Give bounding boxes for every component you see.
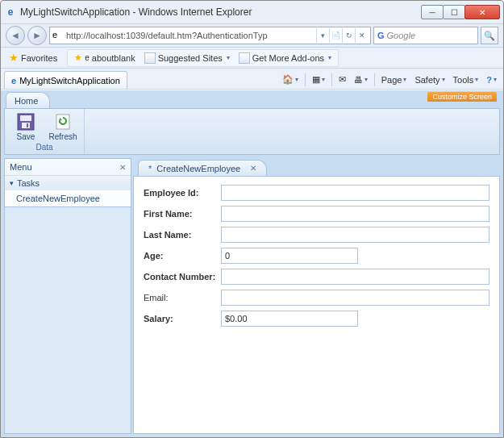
help-icon: ? xyxy=(486,75,492,85)
svg-rect-2 xyxy=(22,123,30,128)
close-button[interactable]: ✕ xyxy=(464,5,500,19)
close-icon[interactable]: ✕ xyxy=(250,164,256,173)
input-email[interactable] xyxy=(221,290,489,306)
safety-menu[interactable]: Safety▾ xyxy=(411,73,448,86)
label-employee-id: Employee Id: xyxy=(144,188,221,198)
input-age[interactable] xyxy=(221,248,358,264)
chevron-down-icon: ▾ xyxy=(328,54,331,61)
row-employee-id: Employee Id: xyxy=(144,185,489,201)
ie-small-icon: e xyxy=(11,76,16,86)
app-tab-strip: Home Customize Screen xyxy=(1,90,503,108)
input-first-name[interactable] xyxy=(221,206,489,222)
row-contact: Contact Number: xyxy=(144,269,489,285)
favbar-group: ★ e aboutblank Suggested Sites ▾ Get Mor… xyxy=(67,49,339,67)
url-input[interactable] xyxy=(66,31,316,40)
nav-toolbar: ◄ ► e ▾ 📄 ↻ ✕ G Google 🔍 xyxy=(1,23,503,48)
tools-menu[interactable]: Tools▾ xyxy=(450,73,482,86)
separator xyxy=(374,73,375,86)
forward-button[interactable]: ► xyxy=(27,26,47,45)
home-icon: 🏠 xyxy=(282,74,294,85)
command-bar: 🏠▾ ▦▾ ✉ 🖶▾ Page▾ Safety▾ Tools▾ ?▾ xyxy=(279,73,500,89)
input-employee-id[interactable] xyxy=(221,185,489,201)
title-bar: e MyLightSwitchApplication - Windows Int… xyxy=(1,1,503,23)
label-contact: Contact Number: xyxy=(144,272,221,282)
menu-header-label: Menu xyxy=(10,162,32,172)
back-button[interactable]: ◄ xyxy=(6,26,25,45)
save-button[interactable]: Save xyxy=(10,112,42,141)
task-item-createnewemployee[interactable]: CreateNewEmployee xyxy=(5,190,131,206)
row-last-name: Last Name: xyxy=(144,227,489,243)
form-panel: Employee Id: First Name: Last Name: Age: xyxy=(133,176,500,434)
input-contact[interactable] xyxy=(221,269,489,285)
window-controls: ─ ☐ ✕ xyxy=(422,5,500,19)
form-tab-bar: * CreateNewEmployee ✕ xyxy=(133,158,500,176)
chevron-down-icon: ▾ xyxy=(227,54,230,61)
customize-screen-button[interactable]: Customize Screen xyxy=(427,92,497,102)
menu-header: Menu ✕ xyxy=(5,159,131,175)
right-column: * CreateNewEmployee ✕ Employee Id: First… xyxy=(133,158,500,434)
fav-suggested-sites[interactable]: Suggested Sites ▾ xyxy=(141,51,233,65)
url-dropdown-icon[interactable]: ▾ xyxy=(316,28,329,43)
fav-addons[interactable]: Get More Add-ons ▾ xyxy=(235,51,335,65)
home-tab[interactable]: Home xyxy=(6,92,50,108)
svg-rect-3 xyxy=(27,123,28,127)
address-bar[interactable]: e ▾ 📄 ↻ ✕ xyxy=(49,27,371,44)
search-placeholder: Google xyxy=(387,31,415,40)
feeds-button[interactable]: ▦▾ xyxy=(309,73,328,86)
help-button[interactable]: ?▾ xyxy=(483,73,500,86)
lightswitch-app: Home Customize Screen Save Re xyxy=(1,90,503,437)
row-first-name: First Name: xyxy=(144,206,489,222)
row-age: Age: xyxy=(144,248,489,264)
compat-view-icon[interactable]: 📄 xyxy=(329,28,342,43)
left-column: Menu ✕ ▾ Tasks CreateNewEmployee xyxy=(4,158,131,434)
label-last-name: Last Name: xyxy=(144,230,221,240)
ribbon-group-data: Save Refresh Data xyxy=(5,109,85,154)
maximize-button[interactable]: ☐ xyxy=(443,5,465,19)
label-email: Email: xyxy=(144,293,221,302)
minimize-button[interactable]: ─ xyxy=(421,5,444,19)
label-age: Age: xyxy=(144,251,221,261)
search-box[interactable]: G Google xyxy=(373,27,478,44)
mail-button[interactable]: ✉ xyxy=(335,73,349,86)
browser-tab[interactable]: e MyLightSwitchApplication xyxy=(4,71,127,89)
input-last-name[interactable] xyxy=(221,227,489,243)
window-title: MyLightSwitchApplication - Windows Inter… xyxy=(20,6,422,18)
ie-small-icon: e xyxy=(85,53,90,62)
stop-icon[interactable]: ✕ xyxy=(355,28,368,43)
print-button[interactable]: 🖶▾ xyxy=(351,73,371,86)
app-body: Menu ✕ ▾ Tasks CreateNewEmployee * Cr xyxy=(4,158,500,434)
form-tab-label: CreateNewEmployee xyxy=(156,164,240,173)
page-icon xyxy=(239,52,250,64)
close-icon[interactable]: ✕ xyxy=(119,163,126,172)
search-go-button[interactable]: 🔍 xyxy=(481,27,498,44)
star-icon: ★ xyxy=(9,52,19,64)
refresh-icon xyxy=(52,112,73,131)
google-icon: G xyxy=(377,31,385,40)
home-button[interactable]: 🏠▾ xyxy=(279,73,302,86)
favorites-bar: ★ Favorites ★ e aboutblank Suggested Sit… xyxy=(1,48,503,69)
tasks-header[interactable]: ▾ Tasks xyxy=(5,175,131,190)
print-icon: 🖶 xyxy=(354,75,363,85)
separator xyxy=(305,73,306,86)
svg-rect-4 xyxy=(56,115,69,129)
label-salary: Salary: xyxy=(144,314,221,323)
left-filler xyxy=(4,207,131,434)
page-menu[interactable]: Page▾ xyxy=(378,73,410,86)
ribbon-group-label: Data xyxy=(35,142,52,152)
row-email: Email: xyxy=(144,290,489,306)
ie-tab-strip: e MyLightSwitchApplication 🏠▾ ▦▾ ✉ 🖶▾ Pa… xyxy=(1,69,503,90)
separator xyxy=(331,73,332,86)
favorites-button[interactable]: ★ Favorites xyxy=(6,50,60,65)
refresh-button[interactable]: Refresh xyxy=(47,112,79,141)
menu-pane: Menu ✕ ▾ Tasks CreateNewEmployee xyxy=(4,158,131,207)
mail-icon: ✉ xyxy=(339,74,346,85)
browser-tab-label: MyLightSwitchApplication xyxy=(19,76,120,86)
save-icon xyxy=(15,112,36,131)
ribbon: Save Refresh Data xyxy=(4,108,500,155)
form-tab-createnewemployee[interactable]: * CreateNewEmployee ✕ xyxy=(138,160,267,176)
chevron-down-icon: ▾ xyxy=(10,179,14,187)
fav-aboutblank[interactable]: ★ e aboutblank xyxy=(71,51,138,65)
input-salary[interactable] xyxy=(221,311,358,327)
svg-rect-1 xyxy=(20,115,31,121)
refresh-icon[interactable]: ↻ xyxy=(342,28,355,43)
